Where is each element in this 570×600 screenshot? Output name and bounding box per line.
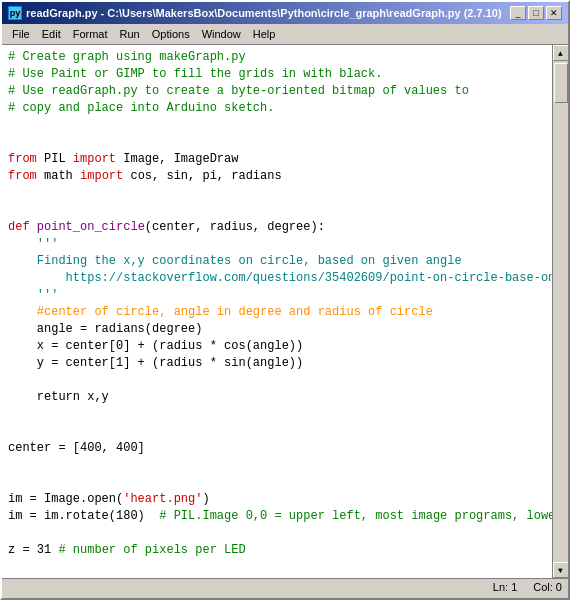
code-line: from PIL import Image, ImageDraw	[8, 151, 546, 168]
scroll-down-button[interactable]: ▼	[553, 562, 569, 578]
code-line	[8, 474, 546, 491]
code-line	[8, 423, 546, 440]
code-line: # Create graph using makeGraph.py	[8, 49, 546, 66]
status-line: Ln: 1	[493, 581, 517, 596]
menu-window[interactable]: Window	[196, 26, 247, 42]
code-editor[interactable]: # Create graph using makeGraph.py # Use …	[2, 45, 552, 578]
code-line: '''	[8, 236, 546, 253]
code-line	[8, 202, 546, 219]
editor-container: # Create graph using makeGraph.py # Use …	[2, 45, 568, 578]
code-line: # Use Paint or GIMP to fill the grids in…	[8, 66, 546, 83]
code-line	[8, 372, 546, 389]
vertical-scrollbar[interactable]: ▲ ▼	[552, 45, 568, 578]
code-line	[8, 185, 546, 202]
code-line: y = center[1] + (radius * sin(angle))	[8, 355, 546, 372]
code-line: center = [400, 400]	[8, 440, 546, 457]
menu-format[interactable]: Format	[67, 26, 114, 42]
menu-help[interactable]: Help	[247, 26, 282, 42]
title-bar-buttons: _ □ ✕	[510, 6, 562, 20]
code-line: Finding the x,y coordinates on circle, b…	[8, 253, 546, 270]
code-line: def point_on_circle(center, radius, degr…	[8, 219, 546, 236]
code-line: x = center[0] + (radius * cos(angle))	[8, 338, 546, 355]
title-bar-left: py readGraph.py - C:\Users\MakersBox\Doc…	[8, 6, 502, 20]
status-col: Col: 0	[533, 581, 562, 596]
maximize-button[interactable]: □	[528, 6, 544, 20]
code-line: z = 31 # number of pixels per LED	[8, 542, 546, 559]
menu-run[interactable]: Run	[114, 26, 146, 42]
code-line: '''	[8, 287, 546, 304]
code-line	[8, 457, 546, 474]
status-bar: Ln: 1 Col: 0	[2, 578, 568, 598]
code-line	[8, 559, 546, 576]
window-title: readGraph.py - C:\Users\MakersBox\Docume…	[26, 7, 502, 19]
code-line	[8, 406, 546, 423]
code-line: im = Image.open('heart.png')	[8, 491, 546, 508]
code-line: https://stackoverflow.com/questions/3540…	[8, 270, 546, 287]
code-line: from math import cos, sin, pi, radians	[8, 168, 546, 185]
code-line: angle = radians(degree)	[8, 321, 546, 338]
code-line	[8, 117, 546, 134]
menu-options[interactable]: Options	[146, 26, 196, 42]
main-window: py readGraph.py - C:\Users\MakersBox\Doc…	[0, 0, 570, 600]
close-button[interactable]: ✕	[546, 6, 562, 20]
menu-edit[interactable]: Edit	[36, 26, 67, 42]
code-line: im = im.rotate(180) # PIL.Image 0,0 = up…	[8, 508, 546, 525]
scroll-thumb[interactable]	[554, 63, 568, 103]
scroll-up-button[interactable]: ▲	[553, 45, 569, 61]
menu-bar: File Edit Format Run Options Window Help	[2, 24, 568, 45]
code-line	[8, 525, 546, 542]
scroll-track[interactable]	[553, 61, 569, 562]
menu-file[interactable]: File	[6, 26, 36, 42]
code-line: return x,y	[8, 389, 546, 406]
code-line: # Use readGraph.py to create a byte-orie…	[8, 83, 546, 100]
code-line	[8, 134, 546, 151]
code-line: # copy and place into Arduino sketch.	[8, 100, 546, 117]
minimize-button[interactable]: _	[510, 6, 526, 20]
app-icon: py	[8, 6, 22, 20]
title-bar: py readGraph.py - C:\Users\MakersBox\Doc…	[2, 2, 568, 24]
code-line: #center of circle, angle in degree and r…	[8, 304, 546, 321]
